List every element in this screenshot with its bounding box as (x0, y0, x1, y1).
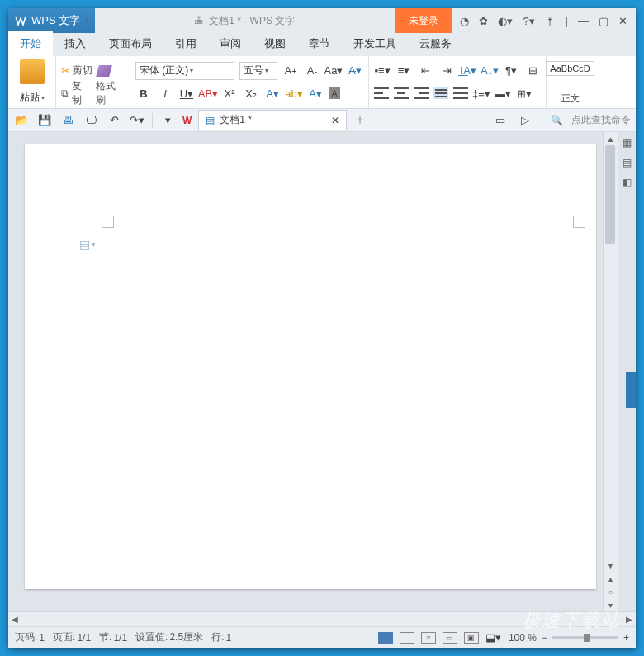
bold-icon[interactable]: B (135, 85, 152, 101)
page[interactable]: ▤▾ (25, 144, 596, 589)
style-preview[interactable]: AaBbCcD (546, 61, 594, 76)
page-viewport[interactable]: ▤▾ (8, 132, 603, 611)
scroll-track[interactable] (604, 145, 618, 559)
close-icon[interactable]: ✕ (618, 15, 627, 27)
undo-icon[interactable]: ↶ (106, 112, 122, 129)
document-tab[interactable]: ▤ 文档1 * ✕ (198, 110, 347, 130)
task-pane-icon[interactable]: ▦ (619, 135, 634, 150)
char-shading-icon[interactable]: A (329, 87, 340, 99)
side-panel-grab[interactable] (626, 372, 636, 408)
align-justify-icon[interactable] (433, 87, 448, 99)
view-settings-icon[interactable]: ⬓▾ (485, 630, 502, 646)
circle-icon[interactable]: ◔ (460, 15, 469, 27)
scroll-thumb[interactable] (605, 145, 615, 244)
skin-icon[interactable]: ◐▾ (498, 15, 513, 27)
align-center-icon[interactable] (394, 87, 409, 99)
help-icon[interactable]: ?▾ (523, 15, 534, 27)
minimize-icon[interactable]: — (578, 15, 589, 27)
zoom-out-icon[interactable]: − (542, 632, 547, 644)
status-line[interactable]: 行: 1 (211, 630, 231, 644)
status-setval[interactable]: 设置值: 2.5厘米 (135, 630, 203, 644)
export-icon[interactable]: ▷ (517, 112, 533, 129)
zoom-thumb[interactable] (584, 634, 590, 642)
font-color-icon[interactable]: A▾ (264, 85, 281, 101)
zoom-slider[interactable] (552, 636, 618, 639)
dec-indent-icon[interactable]: ⇤ (417, 63, 433, 79)
paste-button[interactable]: 粘贴▾ (20, 91, 45, 105)
copy-button[interactable]: ⧉复制 (61, 79, 91, 107)
search-command[interactable]: 点此查找命令 (571, 113, 631, 127)
view-read-icon[interactable]: ▭ (443, 632, 457, 644)
maximize-icon[interactable]: ▢ (599, 15, 608, 27)
scroll-right-icon[interactable]: ▶ (623, 615, 636, 624)
paste-icon[interactable] (20, 59, 45, 84)
inc-indent-icon[interactable]: ⇥ (438, 63, 455, 79)
zoom-in-icon[interactable]: + (623, 632, 629, 644)
subscript-icon[interactable]: X₂ (243, 85, 259, 101)
line-spacing-icon[interactable]: ‡≡▾ (473, 85, 490, 101)
numbering-icon[interactable]: ≡▾ (395, 63, 412, 79)
tab-view[interactable]: 视图 (253, 31, 297, 56)
print-icon[interactable]: 🖶 (59, 112, 76, 129)
save-icon[interactable]: 💾 (36, 112, 53, 129)
tab-review[interactable]: 审阅 (208, 31, 253, 56)
app-menu-dropdown-icon[interactable]: ▾ (85, 17, 88, 25)
login-button[interactable]: 未登录 (395, 8, 452, 33)
align-right-icon[interactable] (414, 87, 429, 99)
print-preview-icon[interactable]: 🖵 (83, 112, 99, 129)
shrink-font-icon[interactable]: A- (304, 63, 320, 79)
hscroll-track[interactable] (21, 612, 623, 626)
wps-home-icon[interactable]: W (182, 115, 192, 126)
tab-ref[interactable]: 引用 (163, 31, 208, 56)
scroll-down-icon[interactable]: ▼ (607, 559, 615, 572)
tab-close-icon[interactable]: ✕ (331, 115, 339, 126)
underline-icon[interactable]: U▾ (178, 85, 195, 101)
status-page-no[interactable]: 页码: 1 (15, 630, 45, 644)
sort-icon[interactable]: A↓▾ (481, 63, 498, 79)
superscript-icon[interactable]: X² (221, 85, 238, 101)
align-distribute-icon[interactable] (453, 87, 468, 99)
show-marks-icon[interactable]: ¶▾ (503, 63, 519, 79)
font-name-select[interactable]: 宋体 (正文)▾ (135, 62, 234, 80)
view-web-icon[interactable]: ≡ (421, 632, 436, 644)
zoom-value[interactable]: 100 % (509, 632, 537, 644)
view-outline-icon[interactable] (400, 632, 414, 644)
status-section[interactable]: 节: 1/1 (99, 630, 127, 644)
border-icon[interactable]: ⊞▾ (516, 85, 533, 101)
align-left-icon[interactable] (374, 87, 389, 99)
char-border-icon[interactable]: A▾ (307, 85, 324, 101)
scroll-left-icon[interactable]: ◀ (8, 615, 21, 624)
tab-dev[interactable]: 开发工具 (342, 31, 408, 56)
shading-icon[interactable]: ▬▾ (495, 85, 511, 101)
tab-cloud[interactable]: 云服务 (408, 31, 463, 56)
gear-icon[interactable]: ✿ (479, 15, 488, 27)
format-eraser-button[interactable] (97, 65, 111, 77)
tab-start[interactable]: 开始 (8, 30, 53, 56)
tab-layout[interactable]: 页面布局 (97, 31, 163, 56)
grow-font-icon[interactable]: A+ (282, 63, 299, 79)
search-icon[interactable]: 🔍 (551, 115, 563, 126)
upload-icon[interactable]: ⭱ (545, 15, 556, 27)
dropdown-icon[interactable]: ▾ (159, 112, 176, 129)
smart-tag-icon[interactable]: ▤▾ (79, 238, 96, 251)
rail-tool-3-icon[interactable]: ◧ (619, 175, 634, 190)
change-case-icon[interactable]: Aa▾ (325, 63, 342, 79)
view-fullscreen-icon[interactable]: ▣ (464, 632, 479, 644)
italic-icon[interactable]: I (157, 85, 173, 101)
tab-insert[interactable]: 插入 (53, 31, 97, 56)
horizontal-scrollbar[interactable]: ◀ ▶ (8, 611, 636, 626)
highlight-icon[interactable]: ab▾ (286, 85, 302, 101)
view-page-icon[interactable] (378, 632, 393, 644)
font-size-select[interactable]: 五号▾ (239, 62, 277, 80)
borders-icon[interactable]: ⊞ (524, 63, 541, 79)
bullets-icon[interactable]: ▪≡▾ (374, 63, 391, 79)
cut-button[interactable]: ✂剪切 (61, 64, 92, 78)
redo-icon[interactable]: ↷▾ (129, 112, 145, 129)
screen-icon[interactable]: ▭ (492, 112, 509, 129)
browse-object-icon[interactable]: ○ (608, 585, 613, 598)
format-painter-button[interactable]: 格式刷 (96, 79, 125, 107)
text-direction-icon[interactable]: I͟A▾ (460, 63, 476, 79)
status-pages[interactable]: 页面: 1/1 (53, 630, 91, 644)
vertical-scrollbar[interactable]: ▲ ▼ ▴ ○ ▾ (603, 132, 618, 611)
tab-chapter[interactable]: 章节 (297, 31, 342, 56)
